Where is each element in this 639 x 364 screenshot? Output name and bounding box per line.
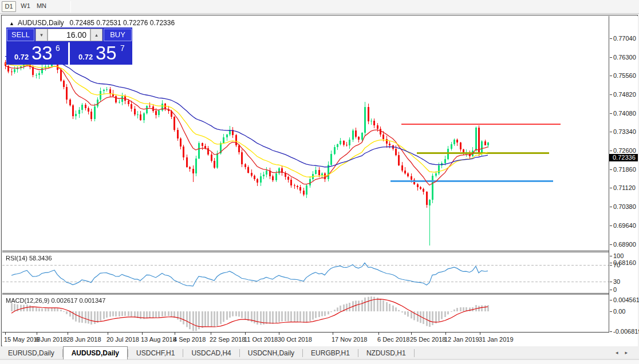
rsi-canvas[interactable] xyxy=(2,252,609,293)
date-axis-tick xyxy=(5,333,6,335)
buy-price-big: 35 xyxy=(96,42,117,64)
price-axis-tick: 0.72600 xyxy=(613,147,636,154)
chart-tab-nzdusd-h1[interactable]: NZDUSD,H1 xyxy=(358,347,414,360)
price-axis-tick: 0.73340 xyxy=(613,128,636,135)
indicator-axis-tick: 70 xyxy=(613,262,620,268)
date-axis-label: 25 Dec 2018 xyxy=(410,336,445,343)
buy-price-prefix: 0.72 xyxy=(78,53,93,61)
indicator-axis-tick: 0.00 xyxy=(613,308,625,315)
date-axis-tick xyxy=(378,333,379,335)
date-axis-tick xyxy=(445,333,446,335)
date-axis-tick xyxy=(245,333,246,335)
chart-tab-eurgbp-h1[interactable]: EURGBP,H1 xyxy=(303,347,358,360)
sell-price-superscript: 6 xyxy=(56,43,60,53)
bottom-strip xyxy=(0,359,639,364)
buy-quote-box[interactable]: 0.72 35 7 xyxy=(70,42,132,65)
price-axis-tick: 0.68900 xyxy=(613,241,636,248)
timeframe-button-w1[interactable]: W1 xyxy=(18,1,33,12)
macd-label: MACD(12,26,9) 0.002617 0.001347 xyxy=(6,297,105,304)
price-axis-tick: 0.71120 xyxy=(613,184,636,191)
chart-title: ▲AUDUSD,Daily0.72485 0.72531 0.72276 0.7… xyxy=(9,19,175,27)
date-axis-tick xyxy=(279,333,279,335)
date-axis-tick xyxy=(142,333,143,335)
date-axis-label: 11 Oct 2018 xyxy=(244,336,278,343)
volume-increase-button[interactable]: ▴ xyxy=(90,29,102,41)
date-axis-tick xyxy=(37,333,37,335)
timeframe-button-mn[interactable]: MN xyxy=(34,1,49,12)
price-axis-tick: 0.69640 xyxy=(613,222,636,229)
date-axis-label: 12 Jan 2019 xyxy=(444,336,479,343)
date-axis-label: 28 Jun 2018 xyxy=(66,336,101,343)
date-axis-tick xyxy=(333,333,333,335)
price-axis-tick: 0.71860 xyxy=(613,166,636,173)
tab-scroll-right-icon[interactable]: ▸ xyxy=(625,350,634,355)
chart-tab-usdcnh-daily[interactable]: USDCNH,Daily xyxy=(240,347,302,360)
price-axis-tick: 0.70380 xyxy=(613,203,636,210)
rsi-panel: RSI(14) 58.3436 xyxy=(2,252,609,293)
date-axis-tick xyxy=(211,333,211,335)
date-axis-label: 31 Jan 2019 xyxy=(479,336,514,343)
chart-symbol-label: AUDUSD,Daily xyxy=(18,19,64,27)
indicator-axis-tick: 0 xyxy=(613,286,617,293)
current-price-tag: 0.72336 xyxy=(609,154,638,161)
date-axis-label: 13 Aug 2018 xyxy=(141,336,176,343)
price-axis[interactable]: 0.770400.763000.755600.748200.740800.733… xyxy=(609,16,638,346)
chart-ohlc-values: 0.72485 0.72531 0.72276 0.72336 xyxy=(70,19,175,27)
sell-price-big: 33 xyxy=(31,42,53,64)
chart-tab-usdcad-h4[interactable]: USDCAD,H4 xyxy=(183,347,239,360)
tab-scroll-arrows: ◂▸ xyxy=(616,350,634,355)
date-axis-label: 17 Nov 2018 xyxy=(332,336,367,343)
timeframe-toolbar: D1 W1 MN xyxy=(0,0,639,14)
sell-quote-box[interactable]: 0.72 33 6 xyxy=(6,42,68,65)
date-axis-label: 22 Sep 2018 xyxy=(210,336,245,343)
date-axis-tick xyxy=(108,333,108,335)
date-axis-tick xyxy=(175,333,175,335)
date-axis-tick xyxy=(480,333,480,335)
price-axis-tick: 0.74080 xyxy=(613,110,636,117)
chart-tab-eurusd-daily[interactable]: EURUSD,Daily xyxy=(0,347,62,360)
date-axis-label: 4 Sep 2018 xyxy=(173,336,206,343)
chart-tab-usdchf-h1[interactable]: USDCHF,H1 xyxy=(128,347,183,360)
rsi-label: RSI(14) 58.3436 xyxy=(6,255,52,262)
tab-divider xyxy=(414,349,415,357)
price-axis-tick: 0.74820 xyxy=(613,91,636,98)
date-axis-label: 6 Dec 2018 xyxy=(377,336,409,343)
indicator-axis-tick: 30 xyxy=(613,278,620,285)
buy-price-superscript: 7 xyxy=(120,43,125,53)
indicator-axis-tick: 100 xyxy=(613,252,624,259)
date-axis-label: 6 Jun 2018 xyxy=(36,336,66,343)
collapse-arrow-icon[interactable]: ▲ xyxy=(9,21,14,26)
sell-price-prefix: 0.72 xyxy=(14,53,29,61)
volume-decrease-button[interactable]: ▾ xyxy=(36,29,48,41)
tab-scroll-left-icon[interactable]: ◂ xyxy=(616,350,625,355)
chart-tab-audusd-daily[interactable]: AUDUSD,Daily xyxy=(63,346,128,359)
indicator-axis-tick: 0.004561 xyxy=(613,296,639,303)
toolbar-separator xyxy=(70,1,71,13)
price-axis-tick: 0.75560 xyxy=(613,72,636,79)
price-axis-tick: 0.76300 xyxy=(613,54,636,61)
indicator-axis-tick: -0.006819 xyxy=(613,328,639,335)
price-axis-tick: 0.77040 xyxy=(613,35,636,42)
main-price-panel: ▲AUDUSD,Daily0.72485 0.72531 0.72276 0.7… xyxy=(2,16,609,251)
date-axis-label: 20 Jul 2018 xyxy=(107,336,139,343)
date-axis-tick xyxy=(68,333,68,335)
one-click-trade-panel: SELL ▾ 16.00 ▴ BUY 0.72 33 6 0.72 35 7 xyxy=(6,27,132,65)
date-axis-tick xyxy=(411,333,412,335)
macd-panel: MACD(12,26,9) 0.002617 0.001347 xyxy=(2,295,609,332)
date-axis-label: 30 Oct 2018 xyxy=(278,336,312,343)
chart-window: ▲AUDUSD,Daily0.72485 0.72531 0.72276 0.7… xyxy=(1,15,638,346)
timeframe-button-d1[interactable]: D1 xyxy=(2,1,16,12)
buy-button[interactable]: BUY xyxy=(104,29,132,41)
trading-terminal-window: D1 W1 MN ▲AUDUSD,Daily0.72485 0.72531 0.… xyxy=(0,0,639,364)
sell-button[interactable]: SELL xyxy=(7,29,34,41)
chart-tab-bar: EURUSD,DailyAUDUSD,DailyUSDCHF,H1USDCAD,… xyxy=(0,346,639,359)
volume-input[interactable]: 16.00 xyxy=(48,29,90,41)
date-axis[interactable]: 15 May 20186 Jun 201828 Jun 201820 Jul 2… xyxy=(2,332,637,346)
